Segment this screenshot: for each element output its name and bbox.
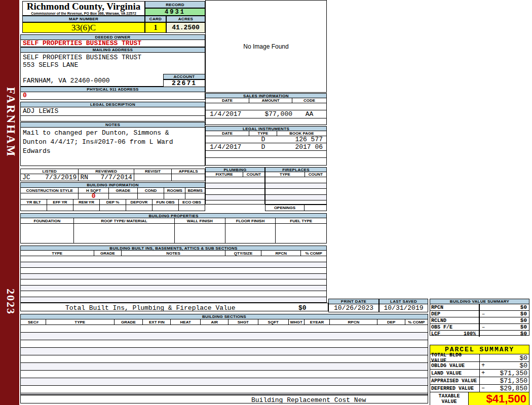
cond-value <box>138 193 165 199</box>
account-value: 22671 <box>163 79 205 87</box>
legal-description-label: LEGAL DESCRIPTION <box>20 102 205 107</box>
legal-description-value: ADJ LEWIS <box>21 107 205 116</box>
bvs-value: $0 <box>480 331 529 337</box>
col-header: BDRMS <box>185 188 205 193</box>
no-image-text: No Image Found <box>243 43 288 50</box>
plumbing-header-row: FIXTURE COUNT <box>205 172 265 177</box>
col-header: YR BLT <box>21 199 47 205</box>
ps-label: LAND VALUE <box>430 370 480 377</box>
bvs-row: DEP – $0 <box>430 311 529 317</box>
print-date-value: 10/26/2023 <box>328 304 379 312</box>
legal-instrument-row-empty <box>206 158 326 165</box>
ps-row: OBLDG VALUE + $0 <box>430 362 529 370</box>
ps-row: TOTAL BLDG VALUE $0 <box>430 354 529 362</box>
built-ins-total-value: $0 <box>298 304 307 312</box>
rooms-value <box>164 193 185 199</box>
county-title: Richmond County, Virginia <box>23 2 144 12</box>
eff-yr-value <box>47 205 73 211</box>
eco-obs-value <box>179 205 205 211</box>
col-header: REVIEWED <box>79 169 134 174</box>
wall-finish-value <box>175 224 225 243</box>
col-header: DEP % <box>100 199 126 205</box>
ps-value: $71,350 <box>486 377 529 385</box>
col-header: EXT FIN <box>143 319 171 325</box>
col-header: DEPOVR <box>126 199 153 205</box>
fun-obs-value <box>153 205 179 211</box>
built-ins-title: BUILDING BUILT INS, BASEMENTS, ATTICS & … <box>20 246 327 251</box>
ps-value: $71,350 <box>486 370 529 377</box>
col-header: COUNT <box>243 172 264 177</box>
taxable-value: $41,500 <box>469 392 529 405</box>
col-header: CONSTRUCTION STYLE <box>21 188 79 193</box>
legal-instruments-title: LEGAL INSTRUMENTS <box>205 126 327 131</box>
bvs-label: LCF <box>431 331 440 337</box>
fireplaces-title: FIREPLACES <box>265 167 327 172</box>
bvs-lcf-pct: 100% <box>464 331 476 337</box>
replacement-cost-label: Building Replacement Cost New <box>251 396 366 404</box>
acres-value: 41.2500 <box>166 22 205 33</box>
col-header: NOTES <box>122 251 225 256</box>
col-header: TYPE <box>265 172 305 177</box>
building-info-value-row2 <box>20 205 205 211</box>
rem-yr-value <box>73 205 100 211</box>
notes-line: Dunton 4/4/17; Ins#2017-06 from L Ward <box>23 138 203 147</box>
building-info-value-row1: 0 <box>20 193 205 199</box>
legal-instrument-row: D 126 577 <box>206 136 326 143</box>
built-ins-total-row: Total Built Ins, Plumbing & Fireplace Va… <box>20 303 328 311</box>
col-header: EFF YR <box>47 199 73 205</box>
property-record-card: FARNHAM 2023 Richmond County, Virginia C… <box>0 0 532 405</box>
record-label: RECORD <box>145 1 205 8</box>
col-header: WALL FINISH <box>175 218 225 223</box>
col-header: GRADE <box>109 188 138 193</box>
physical-address-value: 0 <box>20 92 205 100</box>
tax-year-label: 2023 <box>2 289 17 315</box>
plumbing-title: PLUMBING <box>205 167 265 172</box>
col-header: HEAT <box>171 319 201 325</box>
col-header: COND <box>138 188 165 193</box>
ps-label: APPRAISED VALUE <box>430 377 480 384</box>
commissioner-line: Commissioner of the Revenue, PO Box 366,… <box>23 12 144 15</box>
instrument-type: D <box>249 136 277 143</box>
col-header: AIR <box>201 319 229 325</box>
listed-date: 7/3/2019 <box>45 174 77 181</box>
sales-row: 1/4/2017 $77,000 AA <box>206 110 326 118</box>
bvs-value: $0 <box>487 304 529 310</box>
grade-value <box>109 193 138 199</box>
col-header: ECO OBS <box>179 199 205 205</box>
bvs-row: RCLND $0 <box>430 317 529 324</box>
reviewed-cell: RN 7/7/2014 <box>79 174 134 181</box>
bvs-label: DEP <box>430 311 480 317</box>
plumbing-rows-empty <box>205 177 265 205</box>
acres-label: ACRES <box>166 16 205 22</box>
ps-taxable-row: TAXABLE VALUE $41,500 <box>430 392 529 405</box>
instrument-type: D <box>249 143 277 151</box>
col-header: SQFT <box>258 319 289 325</box>
building-sections-header-row: SEC# TYPE GRADE EXT FIN HEAT AIR SHGT SQ… <box>20 319 428 325</box>
col-header: FLOOR FINISH <box>225 218 276 223</box>
mailing-line: 553 SELFS LANE <box>23 61 78 69</box>
col-header: ROOF TYPE/ MATERIAL <box>74 218 175 223</box>
mailing-line: SELF PROPERTIES BUSINESS TRUST <box>23 54 141 61</box>
sales-row-empty <box>206 118 326 125</box>
col-header: DATE <box>206 98 249 103</box>
col-header: TYPE <box>21 251 94 256</box>
instrument-book-page: 126 577 <box>277 136 323 143</box>
col-header: FOUNDATION <box>21 218 74 223</box>
col-header: EYEAR <box>305 319 330 325</box>
notes-line: Mail to changed per Dunton, Simmons & <box>23 129 203 138</box>
county-header: Richmond County, Virginia Commissioner o… <box>22 1 145 16</box>
sale-date: 1/4/2017 <box>206 110 249 118</box>
col-header: AMOUNT <box>249 98 292 103</box>
col-header: GRADE <box>115 319 143 325</box>
building-sections-rows-empty <box>20 325 428 395</box>
col-header: BOOK PAGE <box>277 131 326 136</box>
built-ins-rows-empty <box>20 256 327 303</box>
bvs-row-lcf: LCF 100% $0 <box>430 331 529 337</box>
bvs-op: – <box>480 324 487 330</box>
bvs-lcf-cell: LCF 100% <box>430 331 480 337</box>
legal-instruments-rows: D 126 577 1/4/2017 D 2017 06 <box>205 136 327 166</box>
instrument-book-page: 2017 06 <box>277 143 323 151</box>
legal-instrument-row: 1/4/2017 D 2017 06 <box>206 143 326 151</box>
fireplaces-header-row: TYPE COUNT <box>265 172 327 177</box>
ps-row: DEFERRED VALUE – $29,850 <box>430 385 529 392</box>
